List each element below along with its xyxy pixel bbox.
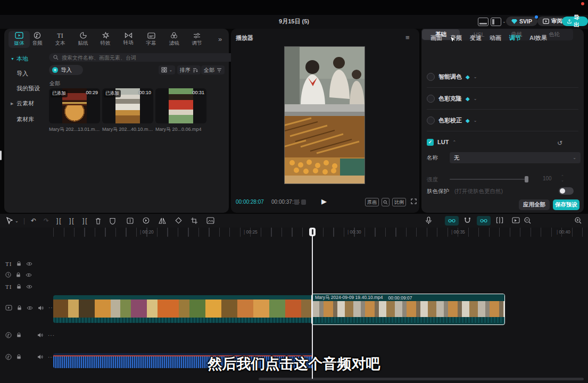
main-track-magnet-button[interactable] <box>445 216 459 226</box>
eye-icon[interactable] <box>26 285 32 289</box>
tab-audio[interactable]: 音频 <box>27 31 48 48</box>
preview-axis-icon[interactable] <box>512 217 520 223</box>
player-menu-icon[interactable]: ≡ <box>405 34 410 41</box>
chevron-down-icon[interactable]: ⌄ <box>474 118 477 123</box>
tab-adjust[interactable]: 调节 <box>186 31 208 48</box>
sidebar-item-cloud[interactable]: ▶ 云素材 <box>11 99 45 107</box>
delete-icon[interactable] <box>95 218 101 224</box>
more-tabs-icon[interactable]: » <box>218 35 222 43</box>
tab-picture[interactable]: 画面 <box>430 34 442 42</box>
media-item[interactable]: 00:31 Mary马 20...0.06.mp4 <box>155 88 206 133</box>
split-icon[interactable]: ][ <box>56 217 62 224</box>
sort-button[interactable]: 排序 <box>177 65 201 74</box>
media-item[interactable]: 已添加 00:29 Mary马 202...13.01.mp4 <box>49 88 100 133</box>
preview-mode-icon[interactable] <box>301 199 306 205</box>
mirror-icon[interactable] <box>159 218 166 224</box>
lock-icon[interactable] <box>16 272 21 278</box>
redo-icon[interactable]: ↷ <box>44 217 49 224</box>
tab-ai-effects[interactable]: AI效果 <box>529 34 547 42</box>
chevron-down-icon[interactable]: ⌄ <box>474 74 477 79</box>
auto-snap-icon[interactable] <box>464 217 471 224</box>
play-button[interactable]: ▶ <box>321 197 327 205</box>
sticker-track-header <box>5 272 32 278</box>
layout-caret-icon[interactable]: ⌄ <box>502 19 506 24</box>
mask-icon[interactable] <box>110 218 115 224</box>
split-preview-icon[interactable] <box>496 217 503 223</box>
timeline-ruler[interactable]: 00:20 00:25 00:30 00:35 00:40 <box>53 228 588 237</box>
freeze-frame-icon[interactable] <box>127 218 134 224</box>
sidebar-item-presets[interactable]: 我的预设 <box>11 85 45 93</box>
media-icon <box>15 32 23 39</box>
lut-name-dropdown[interactable]: 无 ⌄ <box>450 152 581 163</box>
strength-slider[interactable] <box>450 179 528 180</box>
track-more-icon[interactable]: ··· <box>48 332 55 338</box>
tab-animation[interactable]: 动画 <box>490 34 501 42</box>
image-adjust-icon[interactable] <box>206 217 214 224</box>
color-correction-toggle[interactable] <box>427 116 435 124</box>
video-clip-selected[interactable]: Mary马 2024-09-09 19.40.10.mp4 00:00:09:0… <box>311 294 505 325</box>
tab-effects[interactable]: 特效 <box>95 31 116 48</box>
layout-side-panel-icon[interactable] <box>491 18 501 26</box>
lut-checkbox[interactable]: ✓ <box>427 139 434 146</box>
preview-mode-icon[interactable] <box>294 199 299 205</box>
linkage-button[interactable] <box>477 216 491 226</box>
tab-speed[interactable]: 变速 <box>470 34 482 42</box>
eye-icon[interactable] <box>27 306 33 310</box>
skin-protect-toggle[interactable] <box>559 187 574 195</box>
reverse-icon[interactable] <box>143 217 150 224</box>
reset-icon[interactable]: ↺ <box>557 139 562 147</box>
tab-filters[interactable]: 滤镜 <box>163 31 185 48</box>
strength-stepper[interactable]: ⌃⌄ <box>561 174 564 182</box>
crop-icon[interactable] <box>191 218 197 224</box>
rotate-icon[interactable] <box>175 217 182 224</box>
sidebar-item-import[interactable]: 导入 <box>11 70 45 78</box>
eye-icon[interactable] <box>26 262 32 266</box>
tab-text[interactable]: TI 文本 <box>49 31 71 48</box>
video-clip[interactable] <box>53 295 311 323</box>
color-clone-toggle[interactable] <box>427 95 435 103</box>
sidebar-item-library[interactable]: 素材库 <box>11 115 45 123</box>
svip-button[interactable]: SVIP <box>506 16 537 26</box>
tab-adjustment[interactable]: 调节 <box>509 34 521 42</box>
media-item[interactable]: 已添加 00:10 Mary马 202...40.10.mp4 <box>102 88 153 133</box>
speaker-icon[interactable] <box>38 305 44 311</box>
quality-button[interactable]: 原画 <box>365 198 379 206</box>
export-button[interactable]: 导出 <box>562 16 588 26</box>
record-voiceover-icon[interactable] <box>426 217 432 224</box>
lock-icon[interactable] <box>16 284 21 289</box>
zoom-in-icon[interactable] <box>575 217 582 224</box>
ratio-button[interactable]: 比例 <box>392 198 406 206</box>
select-tool-caret-icon[interactable]: ⌄ <box>15 219 19 223</box>
select-tool-icon[interactable] <box>6 217 13 224</box>
smart-color-toggle[interactable] <box>427 73 435 81</box>
tab-transitions[interactable]: 转场 <box>118 31 139 48</box>
zoom-out-icon[interactable] <box>524 217 531 224</box>
view-mode-button[interactable]: ⌄ <box>159 65 175 74</box>
preview-zoom-button[interactable] <box>382 198 390 206</box>
apply-all-button[interactable]: 应用全部 <box>519 199 550 210</box>
save-preset-button[interactable]: 保存预设 <box>553 199 579 210</box>
lock-icon[interactable] <box>17 305 22 311</box>
strength-slider-knob[interactable] <box>525 176 528 182</box>
eye-icon[interactable] <box>26 273 32 277</box>
chevron-up-icon[interactable]: ⌃ <box>452 140 456 145</box>
filter-button[interactable]: 全部 <box>201 65 225 74</box>
lock-icon[interactable] <box>16 261 21 267</box>
layout-bottom-panel-icon[interactable] <box>478 18 488 26</box>
panel-resize-handle[interactable] <box>0 151 2 160</box>
fullscreen-icon[interactable] <box>411 198 417 204</box>
search-input[interactable] <box>49 53 243 62</box>
import-button[interactable]: + 导入 <box>49 65 83 75</box>
chevron-down-icon[interactable]: ⌄ <box>474 96 477 101</box>
lock-icon[interactable] <box>16 332 21 338</box>
sidebar-item-local[interactable]: ▼ 本地 <box>11 55 45 63</box>
playhead-handle[interactable] <box>309 228 316 236</box>
horizontal-scrollbar[interactable] <box>259 378 584 380</box>
video-preview[interactable] <box>285 47 365 184</box>
speaker-icon[interactable] <box>37 332 43 338</box>
tab-captions[interactable]: 字幕 <box>140 31 162 48</box>
tab-sticker[interactable]: 贴纸 <box>72 31 94 48</box>
split-right-icon[interactable]: ][ <box>82 217 88 224</box>
undo-icon[interactable]: ↶ <box>31 217 36 224</box>
split-left-icon[interactable]: ][ <box>69 217 75 224</box>
